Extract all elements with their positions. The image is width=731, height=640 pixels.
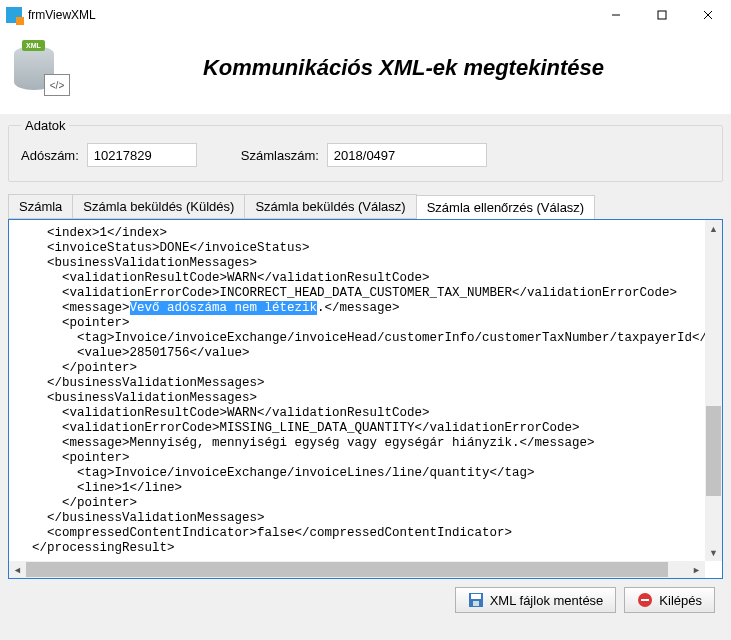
close-icon xyxy=(703,10,713,20)
adatok-group: Adatok Adószám: Számlaszám: xyxy=(8,118,723,182)
adatok-legend: Adatok xyxy=(21,118,69,133)
exit-icon xyxy=(637,592,653,608)
footer: XML fájlok mentése Kilépés xyxy=(8,579,723,613)
szamlaszam-input[interactable] xyxy=(327,143,487,167)
hscroll-thumb[interactable] xyxy=(26,562,668,577)
exit-label: Kilépés xyxy=(659,593,702,608)
svg-rect-5 xyxy=(471,594,481,599)
horizontal-scrollbar[interactable]: ◄ ► xyxy=(9,561,705,578)
tab-szamla[interactable]: Számla xyxy=(8,194,73,219)
minimize-button[interactable] xyxy=(593,0,639,30)
scroll-left-icon[interactable]: ◄ xyxy=(9,561,26,578)
scroll-up-icon[interactable]: ▲ xyxy=(705,220,722,237)
xml-viewer: <index>1</index> <invoiceStatus>DONE</in… xyxy=(8,219,723,579)
vscroll-thumb[interactable] xyxy=(706,406,721,496)
tab-bekuldes-kuldes[interactable]: Számla beküldés (Küldés) xyxy=(72,194,245,219)
xml-content[interactable]: <index>1</index> <invoiceStatus>DONE</in… xyxy=(9,220,722,560)
szamlaszam-label: Számlaszám: xyxy=(241,148,319,163)
page-title: Kommunikációs XML-ek megtekintése xyxy=(90,55,717,81)
titlebar: frmViewXML xyxy=(0,0,731,30)
svg-rect-6 xyxy=(473,601,479,606)
vscroll-track[interactable] xyxy=(705,237,722,544)
save-xml-button[interactable]: XML fájlok mentése xyxy=(455,587,617,613)
save-xml-label: XML fájlok mentése xyxy=(490,593,604,608)
maximize-button[interactable] xyxy=(639,0,685,30)
minimize-icon xyxy=(611,10,621,20)
svg-rect-1 xyxy=(658,11,666,19)
tab-bekuldes-valasz[interactable]: Számla beküldés (Válasz) xyxy=(244,194,416,219)
tab-ellenorzes-valasz[interactable]: Számla ellenőrzés (Válasz) xyxy=(416,195,596,220)
close-button[interactable] xyxy=(685,0,731,30)
adoszam-input[interactable] xyxy=(87,143,197,167)
vertical-scrollbar[interactable]: ▲ ▼ xyxy=(705,220,722,561)
adoszam-label: Adószám: xyxy=(21,148,79,163)
tab-strip: Számla Számla beküldés (Küldés) Számla b… xyxy=(8,194,723,219)
floppy-icon xyxy=(468,592,484,608)
svg-rect-8 xyxy=(641,599,649,601)
app-logo: XML </> xyxy=(14,40,70,96)
scroll-down-icon[interactable]: ▼ xyxy=(705,544,722,561)
maximize-icon xyxy=(657,10,667,20)
exit-button[interactable]: Kilépés xyxy=(624,587,715,613)
scroll-right-icon[interactable]: ► xyxy=(688,561,705,578)
header: XML </> Kommunikációs XML-ek megtekintés… xyxy=(0,30,731,114)
window-title: frmViewXML xyxy=(28,8,96,22)
hscroll-track[interactable] xyxy=(26,561,688,578)
app-icon xyxy=(6,7,22,23)
